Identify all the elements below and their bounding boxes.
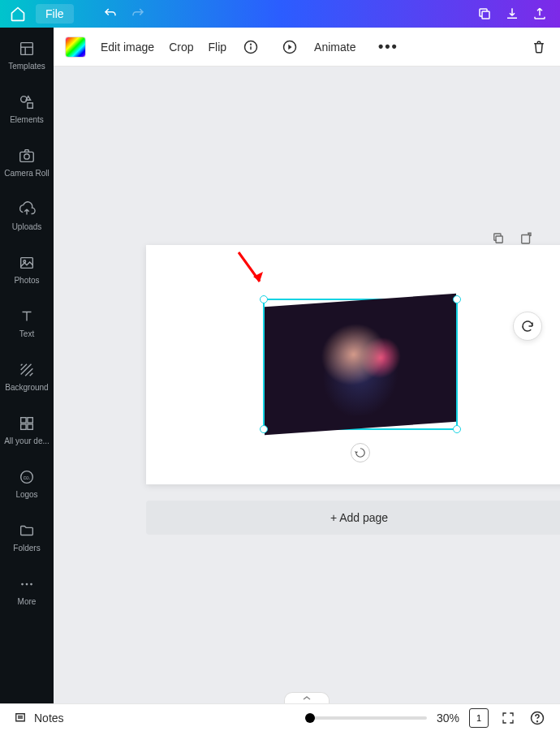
edit-image-button[interactable]: Edit image <box>101 41 154 54</box>
svg-text:co.: co. <box>24 474 31 479</box>
svg-rect-23 <box>496 236 502 243</box>
svg-rect-13 <box>28 424 32 428</box>
svg-point-7 <box>24 153 29 158</box>
notes-button[interactable]: Notes <box>13 711 64 725</box>
uploads-icon <box>17 200 37 219</box>
svg-rect-10 <box>21 417 26 422</box>
content-area: Edit image Crop Flip Animate ••• <box>54 28 560 703</box>
sidebar-item-folders[interactable]: Folders <box>0 510 54 563</box>
zoom-slider-thumb[interactable] <box>305 713 315 723</box>
svg-rect-24 <box>522 235 530 244</box>
sidebar-item-photos[interactable]: Photos <box>0 242 54 295</box>
sidebar-item-label: Templates <box>6 62 47 71</box>
sidebar-item-cameraroll[interactable]: Camera Roll <box>0 135 54 188</box>
notes-icon <box>13 711 28 725</box>
expand-pages-button[interactable] <box>284 692 330 703</box>
fullscreen-button[interactable] <box>498 708 518 728</box>
refresh-fab-button[interactable] <box>513 312 542 341</box>
sidebar-item-label: Uploads <box>11 222 44 231</box>
svg-rect-1 <box>21 42 33 54</box>
designs-icon <box>17 414 37 433</box>
sidebar-item-label: Background <box>3 383 50 392</box>
app-footer: Notes 30% 1 <box>0 703 560 731</box>
share-button[interactable] <box>526 0 554 28</box>
sidebar-item-label: Elements <box>8 115 45 124</box>
sidebar-item-label: All your de... <box>2 436 51 445</box>
crop-button[interactable]: Crop <box>169 41 193 54</box>
more-icon <box>17 574 37 594</box>
file-menu-button[interactable]: File <box>36 4 74 24</box>
home-button[interactable] <box>6 2 29 25</box>
svg-point-21 <box>251 44 252 45</box>
svg-point-28 <box>537 720 538 721</box>
sidebar-item-elements[interactable]: Elements <box>0 81 54 135</box>
design-canvas[interactable] <box>146 245 560 484</box>
sidebar-item-label: Text <box>18 329 36 338</box>
animate-icon <box>280 37 299 57</box>
context-toolbar: Edit image Crop Flip Animate ••• <box>54 28 560 67</box>
sidebar-item-text[interactable]: Text <box>0 295 54 349</box>
photos-icon <box>17 253 37 273</box>
resize-handle-br[interactable] <box>453 425 461 433</box>
sidebar-item-label: Logos <box>14 490 39 499</box>
zoom-slider[interactable] <box>305 716 427 720</box>
rotate-handle[interactable] <box>351 443 370 462</box>
redo-button[interactable] <box>124 0 152 28</box>
camera-icon <box>17 146 37 166</box>
page-indicator[interactable]: 1 <box>469 708 489 728</box>
svg-point-18 <box>30 583 32 585</box>
app-header: File <box>0 0 560 28</box>
copy-design-button[interactable] <box>471 0 498 28</box>
canvas-area[interactable]: + Add page <box>54 67 560 703</box>
flip-button[interactable]: Flip <box>209 41 227 54</box>
notes-label: Notes <box>34 712 64 725</box>
help-button[interactable] <box>528 708 547 728</box>
selected-image[interactable] <box>263 299 458 430</box>
sidebar-item-label: More <box>16 597 38 606</box>
color-swatch-button[interactable] <box>65 37 86 58</box>
animate-button[interactable]: Animate <box>314 41 355 54</box>
sidebar-item-uploads[interactable]: Uploads <box>0 188 54 242</box>
zoom-percent[interactable]: 30% <box>437 712 459 725</box>
main-area: Templates Elements Camera Roll Uploads P… <box>0 28 560 703</box>
more-options-button[interactable]: ••• <box>378 37 398 57</box>
sidebar-item-templates[interactable]: Templates <box>0 28 54 81</box>
svg-rect-11 <box>28 417 32 422</box>
resize-handle-tl[interactable] <box>260 295 268 303</box>
sidebar-item-logos[interactable]: co. Logos <box>0 456 54 510</box>
sidebar-item-more[interactable]: More <box>0 563 54 617</box>
sidebar-item-label: Camera Roll <box>2 169 51 178</box>
svg-point-16 <box>21 583 24 585</box>
svg-point-17 <box>26 583 28 585</box>
background-icon <box>17 360 37 380</box>
sidebar-item-label: Folders <box>11 544 41 553</box>
download-button[interactable] <box>498 0 526 28</box>
delete-button[interactable] <box>529 37 549 57</box>
left-sidebar: Templates Elements Camera Roll Uploads P… <box>0 28 54 703</box>
image-content <box>265 294 456 436</box>
undo-button[interactable] <box>97 0 124 28</box>
resize-handle-bl[interactable] <box>260 425 268 433</box>
svg-rect-0 <box>482 11 489 19</box>
add-page-button[interactable]: + Add page <box>146 501 560 535</box>
sidebar-item-background[interactable]: Background <box>0 349 54 402</box>
info-icon[interactable] <box>241 37 261 57</box>
folders-icon <box>17 521 37 540</box>
elements-icon <box>17 92 37 112</box>
sidebar-item-allyourdesigns[interactable]: All your de... <box>0 402 54 456</box>
sidebar-item-label: Photos <box>12 276 41 285</box>
svg-rect-12 <box>21 424 26 428</box>
resize-handle-tr[interactable] <box>453 295 461 303</box>
logos-icon: co. <box>17 467 37 487</box>
text-icon <box>17 307 37 326</box>
templates-icon <box>17 39 37 58</box>
svg-rect-5 <box>28 102 32 107</box>
